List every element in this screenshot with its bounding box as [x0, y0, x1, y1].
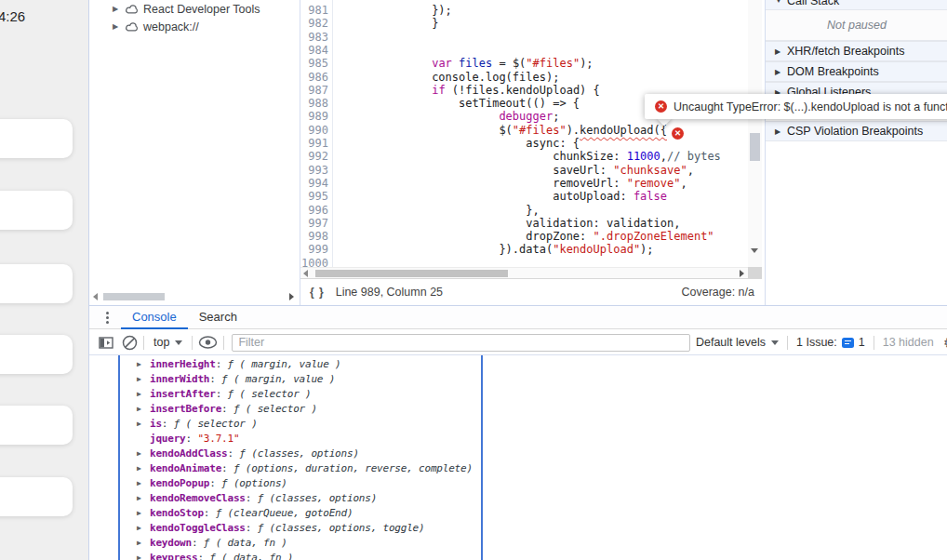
line-number[interactable]: 982: [300, 17, 328, 30]
section-label: XHR/fetch Breakpoints: [787, 45, 904, 58]
line-number[interactable]: 1000: [300, 257, 328, 267]
tab-console[interactable]: Console: [121, 306, 188, 329]
line-number[interactable]: 995: [300, 190, 328, 203]
code-line[interactable]: 985 var files = $("#files");: [300, 57, 748, 71]
expand-arrow-icon[interactable]: ▶: [137, 479, 150, 487]
object-property-row: ▶kendoPopup: ƒ (options): [120, 475, 481, 490]
expand-arrow-icon[interactable]: ▶: [137, 509, 150, 517]
code-line[interactable]: 993 saveUrl: "chunksave",: [300, 164, 748, 178]
filter-input[interactable]: [232, 334, 690, 352]
pretty-print-icon[interactable]: { }: [310, 286, 325, 299]
scroll-thumb[interactable]: [103, 293, 165, 300]
code-line[interactable]: 998 dropZone: ".dropZoneElement": [300, 230, 748, 244]
section-csp-violation-breakpoints[interactable]: ▶CSP Violation Breakpoints: [766, 121, 947, 141]
property-colon: :: [216, 358, 228, 370]
line-number[interactable]: 997: [300, 217, 328, 230]
live-expression-eye-icon[interactable]: [198, 336, 218, 349]
object-property-row: ▶insertAfter: ƒ ( selector ): [120, 386, 481, 401]
scroll-right-button[interactable]: [740, 270, 744, 277]
expand-arrow-icon[interactable]: ▶: [137, 375, 150, 383]
section-dom-breakpoints[interactable]: ▶DOM Breakpoints: [766, 61, 947, 82]
line-number[interactable]: 981: [300, 4, 328, 17]
code-line[interactable]: 982 }: [300, 17, 748, 31]
property-name: keypress: [150, 552, 197, 560]
code-line[interactable]: 984: [300, 44, 748, 58]
line-number[interactable]: 983: [300, 31, 328, 44]
property-colon: :: [197, 552, 209, 560]
expand-arrow-icon[interactable]: ▶: [137, 449, 150, 458]
line-number[interactable]: 991: [300, 137, 328, 150]
expand-arrow-icon[interactable]: ▶: [137, 524, 150, 532]
code-line[interactable]: 996 },: [300, 204, 748, 218]
code-line[interactable]: 981 });: [300, 4, 748, 18]
property-name: kendoRemoveClass: [150, 492, 246, 504]
section-call-stack[interactable]: ▼ Call Stack: [766, 0, 947, 10]
line-number[interactable]: 988: [300, 97, 328, 110]
line-number[interactable]: 996: [300, 204, 328, 217]
property-colon: :: [216, 388, 228, 400]
code-line[interactable]: 986 console.log(files);: [300, 71, 748, 85]
line-number[interactable]: 993: [300, 164, 328, 177]
expand-arrow-icon[interactable]: ▶: [137, 553, 150, 560]
navigator-hscrollbar[interactable]: [90, 292, 300, 301]
issues-counter[interactable]: 1 Issue: 1: [796, 336, 865, 349]
code-line[interactable]: 991 async: {: [300, 137, 748, 151]
code-line[interactable]: 997 validation: validation,: [300, 217, 748, 231]
line-number[interactable]: 985: [300, 57, 328, 70]
scroll-left-button[interactable]: [303, 270, 308, 277]
context-selector[interactable]: top: [150, 336, 186, 349]
line-number[interactable]: 984: [300, 44, 328, 57]
console-sidebar-icon[interactable]: [99, 337, 113, 349]
code-editor: 981 });982 }983984985 var files = $("#fi…: [300, 0, 762, 306]
sidebar-item-react-developer-tools[interactable]: ▶React Developer Tools: [90, 0, 300, 18]
section-xhr-fetch-breakpoints[interactable]: ▶XHR/fetch Breakpoints: [766, 41, 947, 61]
line-number[interactable]: 990: [300, 124, 328, 137]
scroll-right-button[interactable]: [289, 293, 294, 300]
editor-hscrollbar[interactable]: [300, 267, 748, 278]
code-line[interactable]: 999 }).data("kendoUpload");: [300, 243, 748, 257]
line-number[interactable]: 992: [300, 150, 328, 163]
code-line[interactable]: 994 removeUrl: "remove",: [300, 177, 748, 191]
default-levels-dropdown[interactable]: Default levels: [696, 336, 779, 349]
code-area[interactable]: 981 });982 }983984985 var files = $("#fi…: [300, 0, 748, 267]
console-output: ▶innerHeight: ƒ ( margin, value )▶innerW…: [89, 355, 947, 560]
code-line[interactable]: 1000: [300, 257, 748, 267]
clear-console-icon[interactable]: [122, 335, 138, 351]
code-line[interactable]: 983: [300, 31, 748, 45]
code-line[interactable]: 992 chunkSize: 11000,// bytes: [300, 150, 748, 164]
line-number[interactable]: 987: [300, 84, 328, 97]
expand-arrow-icon[interactable]: ▶: [137, 420, 150, 428]
cloud-icon: [124, 21, 140, 33]
code-text: debugger;: [338, 110, 559, 123]
expand-arrow-icon[interactable]: ▶: [137, 494, 150, 502]
line-number[interactable]: 998: [300, 230, 328, 243]
code-line[interactable]: 990 $("#files").kendoUpload({✕: [300, 124, 748, 138]
cloud-icon: [124, 4, 140, 15]
scroll-left-button[interactable]: [93, 293, 98, 300]
scroll-thumb[interactable]: [315, 270, 508, 277]
expand-arrow-icon[interactable]: ▶: [137, 405, 150, 413]
expand-arrow-icon[interactable]: ▶: [137, 464, 150, 473]
line-number[interactable]: 986: [300, 71, 328, 84]
code-line[interactable]: 995 autoUpload: false: [300, 190, 748, 204]
code-text: var files = $("#files");: [338, 57, 594, 70]
line-number[interactable]: 994: [300, 177, 328, 190]
scroll-down-button[interactable]: [751, 248, 758, 253]
expand-arrow-icon[interactable]: ▶: [137, 539, 150, 547]
expand-arrow-icon[interactable]: ▶: [137, 390, 150, 398]
settings-gear-icon[interactable]: ⚙: [943, 334, 947, 352]
editor-vscrollbar[interactable]: [748, 0, 762, 267]
navigator-item-label: React Developer Tools: [143, 3, 260, 16]
debugger-sidebar: ▼ Call Stack Not paused ▶XHR/fetch Break…: [765, 0, 947, 306]
scroll-thumb[interactable]: [750, 133, 760, 161]
line-number[interactable]: 989: [300, 110, 328, 123]
expand-arrow-icon[interactable]: ▶: [137, 360, 150, 368]
code-text: chunkSize: 11000,// bytes: [338, 150, 721, 163]
property-name: innerHeight: [150, 358, 216, 370]
line-number[interactable]: 999: [300, 243, 328, 256]
code-text: setTimeout(() => {: [338, 97, 580, 110]
property-value: ƒ ( margin, value ): [228, 358, 341, 370]
tab-search[interactable]: Search: [188, 306, 248, 329]
sidebar-item-webpack-[interactable]: ▶webpack://: [90, 18, 300, 35]
kebab-menu-icon[interactable]: [100, 312, 113, 324]
